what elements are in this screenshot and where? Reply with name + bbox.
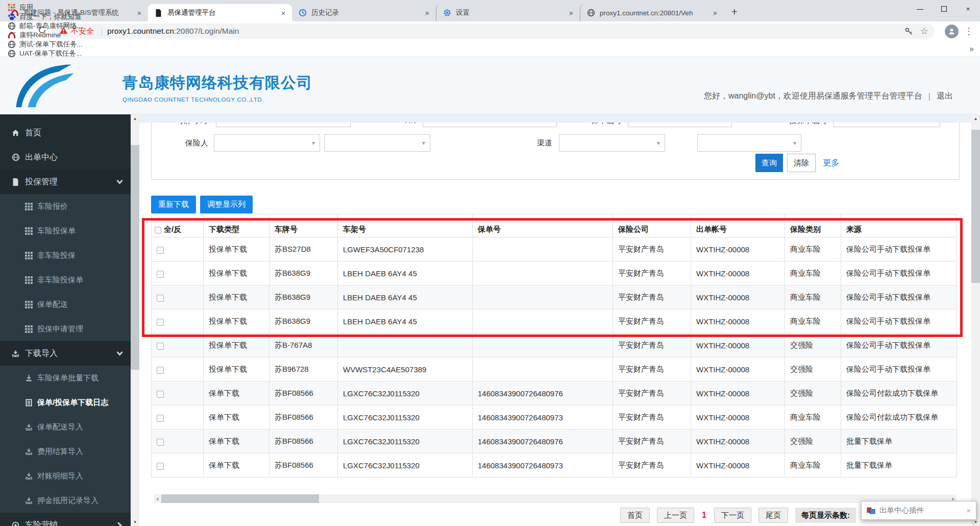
table-header-row: 全/反下载类型车牌号车架号保单号保险公司出单帐号保险类别来源 [152, 222, 957, 237]
tab-title: 易保通管理平台 [167, 8, 275, 17]
address-bar[interactable]: 不安全 | proxy1.countnet.cn :20807/Login/Ma… [52, 23, 935, 39]
first-page-button[interactable]: 首页 [620, 508, 650, 523]
close-tab-icon[interactable]: × [279, 9, 288, 17]
table-row: 投保单下载苏B-767A8平安财产青岛WXTIHZ-00008交强险保险公司手动… [152, 333, 957, 357]
redownload-button[interactable]: 重新下载 [151, 196, 196, 213]
tab-list: 新建问题 - 易保通-B/S管理系统×易保通管理平台×历史记录×设置×proxy… [4, 4, 724, 21]
scrollbar-thumb[interactable] [131, 145, 139, 370]
sidebar-item[interactable]: 下载导入 [0, 341, 131, 366]
search-select[interactable]: ▾ [214, 134, 320, 152]
bookmark-item[interactable]: 百度一下，你就知道 [7, 12, 83, 21]
table-cell [152, 285, 204, 309]
row-checkbox[interactable] [157, 415, 164, 422]
row-checkbox[interactable] [157, 391, 164, 398]
bookmark-item[interactable]: UAT-保单下载任务... [7, 49, 83, 58]
more-link[interactable]: 更多 [823, 158, 839, 169]
table-cell: WXTIHZ-00008 [691, 405, 785, 429]
history-icon [298, 9, 307, 17]
table-ghost-cell [841, 214, 957, 222]
close-tab-icon[interactable]: × [567, 9, 576, 17]
company-name-cn: 青岛康特网络科技有限公司 [122, 73, 312, 93]
close-tab-icon[interactable]: × [135, 9, 144, 17]
current-page-number[interactable]: 1 [702, 511, 706, 520]
row-checkbox[interactable] [157, 439, 164, 446]
logout-link[interactable]: 退出 [937, 91, 953, 102]
row-checkbox[interactable] [157, 343, 164, 350]
sidebar-subitem[interactable]: 非车险投保 [0, 243, 131, 268]
close-popup-icon[interactable]: × [966, 506, 971, 515]
select-all-checkbox[interactable] [155, 227, 161, 233]
sidebar-subitem[interactable]: 对账明细导入 [0, 464, 131, 488]
search-select[interactable]: ▾ [559, 134, 665, 152]
row-checkbox[interactable] [157, 463, 164, 470]
close-window-icon[interactable]: × [956, 0, 980, 17]
search-select[interactable]: ▾ [697, 134, 801, 152]
sidebar-item[interactable]: 首页 [0, 121, 131, 145]
scroll-up-icon[interactable]: ▲ [131, 114, 139, 123]
close-tab-icon[interactable]: × [710, 9, 720, 17]
sidebar-subitem[interactable]: 车险报价 [0, 194, 131, 219]
bookmark-item[interactable]: 应用 [7, 3, 83, 12]
key-icon[interactable] [904, 27, 913, 36]
bookmarks-overflow-icon[interactable]: » [969, 44, 974, 54]
search-select[interactable]: ▾ [324, 134, 430, 152]
query-button[interactable]: 查询 [755, 154, 783, 172]
browser-menu-icon[interactable]: ⋮ [964, 26, 974, 37]
browser-tab[interactable]: 设置× [436, 4, 580, 21]
sidebar-subitem[interactable]: 投保申请管理 [0, 317, 131, 341]
row-checkbox[interactable] [157, 271, 164, 278]
sidebar-subitem[interactable]: 费用结算导入 [0, 439, 131, 464]
import-icon [24, 496, 33, 505]
browser-tab[interactable]: 历史记录× [292, 4, 436, 21]
grid-icon [24, 300, 33, 308]
scroll-left-icon[interactable]: ‹ [154, 494, 161, 503]
sidebar-subitem[interactable]: 保单配送 [0, 292, 131, 317]
prev-page-button[interactable]: 上一页 [657, 508, 694, 523]
scroll-down-icon[interactable]: ▼ [131, 518, 139, 526]
table-cell: 批量下载保单 [841, 453, 957, 477]
row-checkbox[interactable] [157, 367, 164, 374]
last-page-button[interactable]: 尾页 [758, 508, 788, 523]
sidebar-item[interactable]: 出单中心 [0, 145, 131, 170]
minimize-icon[interactable]: — [908, 0, 932, 17]
row-checkbox[interactable] [157, 319, 164, 326]
next-page-button[interactable]: 下一页 [714, 508, 751, 523]
scroll-up-icon[interactable]: ▲ [971, 114, 980, 123]
import-icon [24, 472, 33, 480]
bookmark-item[interactable]: 康特Redmine [7, 31, 83, 40]
browser-tab[interactable]: 易保通管理平台× [148, 4, 292, 21]
bookmark-item[interactable]: 测试-保单下载任务... [7, 40, 83, 49]
row-checkbox[interactable] [157, 247, 164, 254]
scrollbar-thumb[interactable] [971, 130, 980, 283]
close-tab-icon[interactable]: × [423, 9, 432, 17]
tab-title: 历史记录 [311, 8, 419, 17]
sidebar-subitem[interactable]: 保单/投保单下载日志 [0, 390, 131, 415]
adjust-columns-button[interactable]: 调整显示列 [200, 196, 253, 213]
bookmark-item[interactable]: 邮箱-青岛康特网络... [7, 21, 83, 31]
sidebar-subitem[interactable]: 车险保单批量下载 [0, 366, 131, 390]
url-separator: | [101, 27, 103, 36]
table-cell: WXTIHZ-00008 [691, 285, 785, 309]
globe-icon [11, 153, 20, 162]
row-checkbox[interactable] [157, 295, 164, 302]
sidebar-subitem[interactable]: 押金抵用记录导入 [0, 488, 131, 513]
sidebar-subitem[interactable]: 非车险投保单 [0, 268, 131, 292]
sidebar-item[interactable]: 投保管理 [0, 170, 131, 194]
maximize-icon[interactable] [932, 0, 956, 17]
table-cell: 平安财产青岛 [613, 381, 691, 405]
search-panel: 号牌号码VIN保单编号投保单编号 保险人▾▾渠道▾▾ 查询 清除 更多 [151, 114, 960, 180]
hscrollbar-thumb[interactable] [161, 494, 319, 503]
table-horizontal-scrollbar[interactable]: ‹ › [154, 494, 957, 503]
profile-avatar[interactable] [945, 25, 959, 38]
sidebar-subitem[interactable]: 保单配送导入 [0, 415, 131, 439]
sidebar-subitem[interactable]: 车险投保单 [0, 219, 131, 243]
sidebar-item[interactable]: 车险营销 [0, 513, 131, 526]
table-cell: 平安财产青岛 [613, 309, 691, 333]
clear-button[interactable]: 清除 [787, 154, 816, 172]
table-cell: 投保单下载 [204, 261, 270, 285]
new-tab-button[interactable]: + [727, 4, 742, 19]
content-vertical-scrollbar[interactable]: ▲ ▼ [131, 114, 139, 526]
bookmark-star-icon[interactable]: ☆ [920, 26, 928, 37]
page-vertical-scrollbar[interactable]: ▲ ▼ [971, 114, 980, 526]
browser-tab[interactable]: proxy1.countnet.cn:20801/Veh× [580, 4, 724, 21]
